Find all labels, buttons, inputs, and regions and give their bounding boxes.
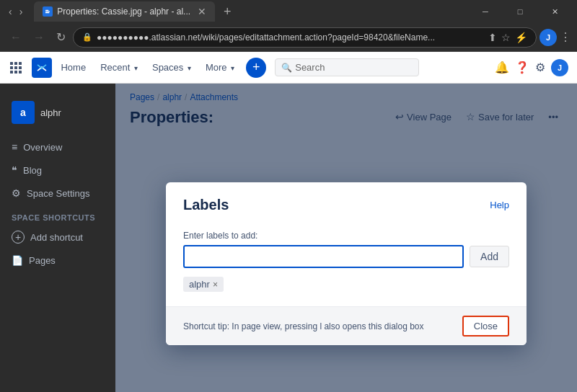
tab-favicon	[43, 6, 53, 17]
apps-grid-icon[interactable]	[9, 61, 23, 75]
dialog-shortcut-tip: Shortcut tip: In page view, pressing l a…	[183, 321, 424, 331]
sidebar-item-pages[interactable]: 📄 Pages	[0, 249, 115, 272]
label-input[interactable]	[183, 245, 464, 268]
dialog-title: Labels	[183, 197, 229, 213]
pages-icon: 📄	[12, 255, 23, 266]
sidebar-item-overview[interactable]: ≡ Overview	[0, 135, 115, 159]
share-icon[interactable]: ⬆	[488, 32, 497, 43]
create-button[interactable]: +	[246, 58, 266, 78]
dialog-input-row: Add	[183, 245, 509, 268]
window-controls: ─ □ ✕	[469, 0, 571, 23]
blog-icon: ❝	[12, 164, 17, 176]
dialog-footer: Shortcut tip: In page view, pressing l a…	[166, 306, 527, 345]
main-content-area: Pages / alphr / Attachments Properties: …	[115, 84, 577, 392]
confluence-navbar: Home Recent ▾ Spaces ▾ More ▾ + 🔍 Search…	[0, 52, 577, 84]
lock-icon: 🔒	[82, 32, 92, 42]
settings-icon-sidebar: ⚙	[12, 187, 21, 199]
dialog-input-label: Enter labels to add:	[183, 231, 509, 241]
chevron-right[interactable]: ›	[17, 4, 26, 19]
dialog-close-button[interactable]: Close	[462, 316, 509, 337]
space-name: alphr	[40, 107, 61, 118]
label-tag-alphr: alphr ×	[183, 277, 224, 292]
sidebar-section-label: SPACE SHORTCUTS	[0, 205, 115, 225]
dialog-overlay: Labels Help Enter labels to add: Add alp…	[115, 84, 577, 392]
address-bar: ← → ↻ 🔒 ●●●●●●●●●●.atlassian.net/wiki/pa…	[0, 23, 577, 52]
sidebar: a alphr ≡ Overview ❝ Blog ⚙ Space Settin…	[0, 84, 115, 392]
browser-tab[interactable]: Properties: Cassie.jpg - alphr - al... ✕	[34, 1, 215, 22]
sidebar-item-settings[interactable]: ⚙ Space Settings	[0, 182, 115, 205]
bookmark-icon[interactable]: ☆	[501, 32, 511, 43]
confluence-logo[interactable]	[32, 58, 52, 78]
browser-content: Home Recent ▾ Spaces ▾ More ▾ + 🔍 Search…	[0, 52, 577, 392]
search-icon: 🔍	[281, 63, 292, 73]
tab-chevrons: ‹ ›	[6, 4, 25, 19]
title-bar: ‹ › Properties: Cassie.jpg - alphr - al.…	[0, 0, 577, 23]
sidebar-item-blog[interactable]: ❝ Blog	[0, 159, 115, 182]
minimize-button[interactable]: ─	[469, 0, 502, 23]
tag-remove-button[interactable]: ×	[213, 280, 218, 290]
forward-button[interactable]: →	[29, 28, 49, 47]
maximize-button[interactable]: □	[503, 0, 537, 23]
user-avatar[interactable]: J	[551, 59, 568, 76]
address-action-icons: ⬆ ☆ ⚡	[488, 32, 527, 43]
bell-icon[interactable]: 🔔	[495, 61, 509, 74]
nav-icons: 🔔 ❓ ⚙ J	[495, 59, 568, 76]
new-tab-button[interactable]: +	[224, 4, 232, 19]
tag-label: alphr	[189, 279, 210, 290]
settings-icon[interactable]: ⚡	[515, 32, 527, 43]
close-button[interactable]: ✕	[538, 0, 571, 23]
add-label-button[interactable]: Add	[470, 246, 509, 267]
sidebar-add-shortcut[interactable]: + Add shortcut	[0, 225, 115, 249]
back-button[interactable]: ←	[6, 28, 26, 47]
search-bar[interactable]: 🔍 Search	[275, 58, 419, 76]
nav-home[interactable]: Home	[55, 59, 92, 76]
nav-more[interactable]: More ▾	[200, 59, 240, 76]
dialog-body: Enter labels to add: Add alphr ×	[166, 222, 527, 306]
help-icon[interactable]: ❓	[515, 61, 529, 74]
browser-menu-button[interactable]: ⋮	[560, 30, 571, 44]
tab-close-button[interactable]: ✕	[198, 6, 206, 17]
page-layout: a alphr ≡ Overview ❝ Blog ⚙ Space Settin…	[0, 84, 577, 392]
profile-button[interactable]: J	[539, 29, 557, 46]
dialog-header: Labels Help	[166, 182, 527, 222]
overview-icon: ≡	[12, 141, 17, 153]
settings-nav-icon[interactable]: ⚙	[535, 61, 545, 74]
space-avatar: a	[12, 101, 35, 124]
tab-title: Properties: Cassie.jpg - alphr - al...	[57, 6, 190, 17]
search-placeholder: Search	[295, 62, 325, 73]
dialog-tags: alphr ×	[183, 277, 509, 292]
sidebar-space: a alphr	[0, 95, 115, 130]
labels-dialog: Labels Help Enter labels to add: Add alp…	[166, 182, 527, 345]
url-text: ●●●●●●●●●●.atlassian.net/wiki/pages/edit…	[97, 32, 484, 43]
chevron-left[interactable]: ‹	[6, 4, 15, 19]
dialog-help-link[interactable]: Help	[490, 200, 509, 210]
nav-recent[interactable]: Recent ▾	[94, 59, 144, 76]
address-input[interactable]: 🔒 ●●●●●●●●●●.atlassian.net/wiki/pages/ed…	[73, 27, 537, 48]
reload-button[interactable]: ↻	[52, 27, 70, 47]
add-shortcut-icon: +	[12, 231, 25, 244]
nav-spaces[interactable]: Spaces ▾	[146, 59, 197, 76]
